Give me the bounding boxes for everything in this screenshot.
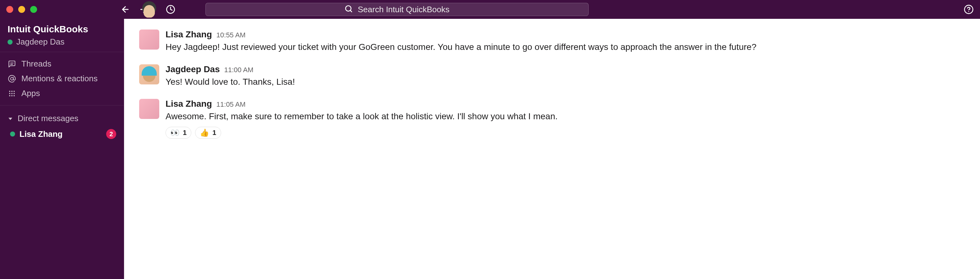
apps-label: Apps (21, 89, 40, 98)
reaction-eyes[interactable]: 👀 1 (165, 127, 191, 139)
workspace-name: Intuit QuickBooks (8, 24, 116, 35)
apps-icon (8, 90, 16, 97)
mentions-label: Mentions & reactions (21, 74, 98, 84)
reaction-count: 1 (183, 129, 186, 137)
sender-name[interactable]: Lisa Zhang (165, 30, 212, 40)
close-window-button[interactable] (6, 6, 13, 13)
maximize-window-button[interactable] (30, 6, 37, 13)
message-header: Lisa Zhang 11:05 AM (165, 99, 965, 109)
svg-point-18 (14, 95, 15, 96)
unread-badge: 2 (106, 129, 116, 139)
dm-header[interactable]: Direct messages (0, 111, 124, 126)
timestamp: 11:05 AM (216, 100, 246, 109)
message: Jagdeep Das 11:00 AM Yes! Would love to.… (139, 61, 965, 96)
caret-down-icon (8, 116, 13, 122)
nav-section: Threads Mentions & reactions Apps (0, 52, 124, 105)
dm-section: Direct messages Lisa Zhang 2 (0, 105, 124, 142)
mentions-nav[interactable]: Mentions & reactions (0, 71, 124, 86)
message-body: Jagdeep Das 11:00 AM Yes! Would love to.… (165, 64, 965, 89)
message-header: Jagdeep Das 11:00 AM (165, 64, 965, 75)
apps-nav[interactable]: Apps (0, 86, 124, 101)
eyes-emoji-icon: 👀 (170, 128, 180, 137)
svg-point-16 (9, 95, 10, 96)
search-input[interactable]: Search Intuit QuickBooks (205, 3, 589, 16)
reaction-count: 1 (212, 129, 216, 137)
search-placeholder: Search Intuit QuickBooks (358, 5, 449, 14)
svg-marker-19 (8, 118, 12, 120)
timestamp: 11:00 AM (224, 66, 253, 74)
dm-header-label: Direct messages (18, 114, 78, 123)
svg-point-11 (11, 91, 13, 92)
avatar[interactable] (139, 99, 159, 119)
svg-point-12 (14, 91, 15, 92)
message-text: Awesome. First, make sure to remember to… (165, 110, 965, 123)
svg-point-13 (9, 93, 10, 94)
svg-point-10 (9, 91, 10, 92)
user-status: Jagdeep Das (8, 37, 116, 47)
workspace-header[interactable]: Intuit QuickBooks Jagdeep Das (0, 19, 124, 52)
main: Intuit QuickBooks Jagdeep Das Threads Me… (0, 19, 980, 279)
history-icon[interactable] (166, 5, 175, 14)
message-text: Yes! Would love to. Thanks, Lisa! (165, 76, 965, 89)
message: Lisa Zhang 10:55 AM Hey Jagdeep! Just re… (139, 26, 965, 61)
timestamp: 10:55 AM (216, 31, 246, 39)
threads-label: Threads (21, 59, 51, 69)
reaction-thumbsup[interactable]: 👍 1 (195, 127, 221, 139)
message-body: Lisa Zhang 10:55 AM Hey Jagdeep! Just re… (165, 30, 965, 54)
help-icon[interactable] (964, 5, 974, 14)
message-header: Lisa Zhang 10:55 AM (165, 30, 965, 40)
message-pane: Lisa Zhang 10:55 AM Hey Jagdeep! Just re… (124, 19, 980, 279)
thumbsup-emoji-icon: 👍 (200, 128, 209, 137)
dm-item-lisa-zhang[interactable]: Lisa Zhang 2 (0, 126, 124, 142)
sidebar: Intuit QuickBooks Jagdeep Das Threads Me… (0, 19, 124, 279)
window-controls (6, 6, 37, 13)
svg-line-4 (350, 10, 352, 12)
dm-name: Lisa Zhang (19, 129, 62, 139)
svg-point-17 (11, 95, 13, 96)
threads-icon (8, 60, 16, 68)
message-body: Lisa Zhang 11:05 AM Awesome. First, make… (165, 99, 965, 139)
back-button[interactable] (121, 5, 130, 14)
minimize-window-button[interactable] (18, 6, 25, 13)
mentions-icon (8, 75, 16, 83)
svg-point-15 (14, 93, 15, 94)
presence-icon (10, 132, 15, 136)
search-icon (345, 5, 353, 14)
avatar[interactable] (139, 64, 159, 84)
avatar[interactable] (139, 30, 159, 49)
threads-nav[interactable]: Threads (0, 57, 124, 71)
current-user-name: Jagdeep Das (16, 37, 64, 47)
sender-name[interactable]: Jagdeep Das (165, 64, 220, 75)
message: Lisa Zhang 11:05 AM Awesome. First, make… (139, 96, 965, 146)
svg-point-9 (11, 77, 14, 80)
sender-name[interactable]: Lisa Zhang (165, 99, 212, 109)
message-text: Hey Jagdeep! Just reviewed your ticket w… (165, 41, 965, 54)
reactions: 👀 1 👍 1 (165, 127, 965, 139)
svg-point-14 (11, 93, 13, 94)
presence-icon (8, 40, 13, 44)
